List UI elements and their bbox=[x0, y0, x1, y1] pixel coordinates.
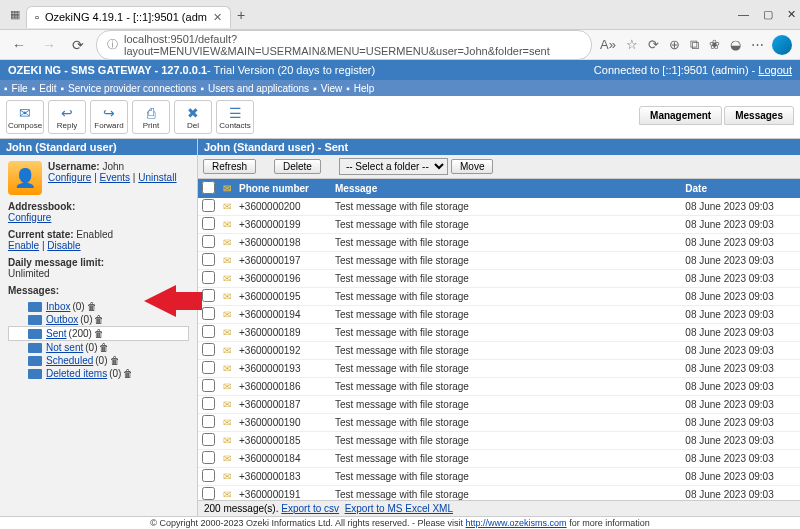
row-checkbox[interactable] bbox=[202, 433, 215, 446]
folder-scheduled[interactable]: Scheduled (0)🗑 bbox=[8, 354, 189, 367]
extensions-icon[interactable]: ⧉ bbox=[690, 37, 699, 53]
row-checkbox[interactable] bbox=[202, 235, 215, 248]
reply-button[interactable]: ↩Reply bbox=[48, 100, 86, 134]
table-row[interactable]: ✉+3600000185Test message with file stora… bbox=[198, 432, 800, 450]
delete-folder-icon[interactable]: 🗑 bbox=[87, 301, 97, 312]
col-message[interactable]: Message bbox=[331, 179, 681, 198]
delete-folder-icon[interactable]: 🗑 bbox=[94, 314, 104, 325]
refresh-button[interactable]: ⟳ bbox=[68, 37, 88, 53]
folder-outbox[interactable]: Outbox (0)🗑 bbox=[8, 313, 189, 326]
row-checkbox[interactable] bbox=[202, 325, 215, 338]
enable-link[interactable]: Enable bbox=[8, 240, 39, 251]
window-minimize-button[interactable]: — bbox=[738, 8, 749, 21]
row-checkbox[interactable] bbox=[202, 343, 215, 356]
row-checkbox[interactable] bbox=[202, 415, 215, 428]
logout-link[interactable]: Logout bbox=[758, 64, 792, 76]
addressbook-configure-link[interactable]: Configure bbox=[8, 212, 51, 223]
table-row[interactable]: ✉+3600000187Test message with file stora… bbox=[198, 396, 800, 414]
move-button[interactable]: Move bbox=[451, 159, 493, 174]
table-row[interactable]: ✉+3600000199Test message with file stora… bbox=[198, 216, 800, 234]
read-aloud-icon[interactable]: A» bbox=[600, 37, 616, 53]
select-all-checkbox[interactable] bbox=[202, 181, 215, 194]
table-row[interactable]: ✉+3600000190Test message with file stora… bbox=[198, 414, 800, 432]
row-checkbox[interactable] bbox=[202, 217, 215, 230]
menu-view[interactable]: View bbox=[321, 83, 343, 94]
footer-link[interactable]: http://www.ozekisms.com bbox=[466, 518, 567, 528]
new-tab-button[interactable]: + bbox=[237, 7, 245, 23]
profile-icon[interactable]: ◒ bbox=[730, 37, 741, 53]
folder-inbox[interactable]: Inbox (0)🗑 bbox=[8, 300, 189, 313]
events-link[interactable]: Events bbox=[100, 172, 131, 183]
forward-button[interactable]: → bbox=[38, 37, 60, 53]
close-tab-icon[interactable]: ✕ bbox=[213, 11, 222, 24]
forward-button[interactable]: ↪Forward bbox=[90, 100, 128, 134]
delete-button[interactable]: ✖Del bbox=[174, 100, 212, 134]
folder-select[interactable]: -- Select a folder -- bbox=[339, 158, 448, 175]
window-maximize-button[interactable]: ▢ bbox=[763, 8, 773, 21]
tab-messages[interactable]: Messages bbox=[724, 106, 794, 125]
tabs-icon[interactable]: ▦ bbox=[10, 8, 20, 21]
row-checkbox[interactable] bbox=[202, 361, 215, 374]
back-button[interactable]: ← bbox=[8, 37, 30, 53]
row-checkbox[interactable] bbox=[202, 397, 215, 410]
row-checkbox[interactable] bbox=[202, 379, 215, 392]
collections-icon[interactable]: ⊕ bbox=[669, 37, 680, 53]
table-row[interactable]: ✉+3600000197Test message with file stora… bbox=[198, 252, 800, 270]
configure-link[interactable]: Configure bbox=[48, 172, 91, 183]
extension2-icon[interactable]: ❀ bbox=[709, 37, 720, 53]
table-row[interactable]: ✉+3600000192Test message with file stora… bbox=[198, 342, 800, 360]
site-info-icon[interactable]: ⓘ bbox=[107, 37, 118, 52]
table-row[interactable]: ✉+3600000196Test message with file stora… bbox=[198, 270, 800, 288]
folder-sent[interactable]: Sent (200)🗑 bbox=[8, 326, 189, 341]
row-checkbox[interactable] bbox=[202, 199, 215, 212]
folder-not-sent[interactable]: Not sent (0)🗑 bbox=[8, 341, 189, 354]
menu-users-and-applications[interactable]: Users and applications bbox=[208, 83, 309, 94]
favorite-icon[interactable]: ☆ bbox=[626, 37, 638, 53]
delete-folder-icon[interactable]: 🗑 bbox=[94, 328, 104, 339]
delete-folder-icon[interactable]: 🗑 bbox=[110, 355, 120, 366]
table-row[interactable]: ✉+3600000200Test message with file stora… bbox=[198, 198, 800, 216]
table-row[interactable]: ✉+3600000193Test message with file stora… bbox=[198, 360, 800, 378]
col-checkbox[interactable] bbox=[198, 179, 219, 198]
browser-logo-icon[interactable] bbox=[772, 35, 792, 55]
uninstall-link[interactable]: Uninstall bbox=[138, 172, 176, 183]
refresh-button[interactable]: Refresh bbox=[203, 159, 256, 174]
menu-edit[interactable]: Edit bbox=[39, 83, 56, 94]
row-checkbox[interactable] bbox=[202, 307, 215, 320]
row-checkbox[interactable] bbox=[202, 271, 215, 284]
window-close-button[interactable]: ✕ bbox=[787, 8, 796, 21]
table-row[interactable]: ✉+3600000191Test message with file stora… bbox=[198, 486, 800, 501]
menu-icon[interactable]: ⋯ bbox=[751, 37, 764, 53]
table-row[interactable]: ✉+3600000184Test message with file stora… bbox=[198, 450, 800, 468]
delete-folder-icon[interactable]: 🗑 bbox=[123, 368, 133, 379]
tab-management[interactable]: Management bbox=[639, 106, 722, 125]
row-checkbox[interactable] bbox=[202, 487, 215, 500]
compose-button[interactable]: ✉Compose bbox=[6, 100, 44, 134]
url-input[interactable]: ⓘ localhost:9501/default?layout=MENUVIEW… bbox=[96, 30, 592, 60]
export-xml-link[interactable]: Export to MS Excel XML bbox=[345, 503, 453, 514]
delete-folder-icon[interactable]: 🗑 bbox=[99, 342, 109, 353]
table-row[interactable]: ✉+3600000195Test message with file stora… bbox=[198, 288, 800, 306]
row-checkbox[interactable] bbox=[202, 253, 215, 266]
delete-messages-button[interactable]: Delete bbox=[274, 159, 321, 174]
menu-service-provider-connections[interactable]: Service provider connections bbox=[68, 83, 196, 94]
col-date[interactable]: Date bbox=[681, 179, 800, 198]
disable-link[interactable]: Disable bbox=[47, 240, 80, 251]
menu-file[interactable]: File bbox=[12, 83, 28, 94]
row-checkbox[interactable] bbox=[202, 289, 215, 302]
table-row[interactable]: ✉+3600000194Test message with file stora… bbox=[198, 306, 800, 324]
export-csv-link[interactable]: Export to csv bbox=[281, 503, 339, 514]
sync-icon[interactable]: ⟳ bbox=[648, 37, 659, 53]
print-button[interactable]: ⎙Print bbox=[132, 100, 170, 134]
table-row[interactable]: ✉+3600000183Test message with file stora… bbox=[198, 468, 800, 486]
col-phone[interactable]: Phone number bbox=[235, 179, 331, 198]
folder-deleted-items[interactable]: Deleted items (0)🗑 bbox=[8, 367, 189, 380]
menu-help[interactable]: Help bbox=[354, 83, 375, 94]
row-checkbox[interactable] bbox=[202, 451, 215, 464]
table-row[interactable]: ✉+3600000189Test message with file stora… bbox=[198, 324, 800, 342]
contacts-button[interactable]: ☰Contacts bbox=[216, 100, 254, 134]
table-row[interactable]: ✉+3600000186Test message with file stora… bbox=[198, 378, 800, 396]
row-checkbox[interactable] bbox=[202, 469, 215, 482]
browser-tab[interactable]: ▫ OzekiNG 4.19.1 - [::1]:9501 (adm ✕ bbox=[26, 6, 231, 28]
table-row[interactable]: ✉+3600000198Test message with file stora… bbox=[198, 234, 800, 252]
